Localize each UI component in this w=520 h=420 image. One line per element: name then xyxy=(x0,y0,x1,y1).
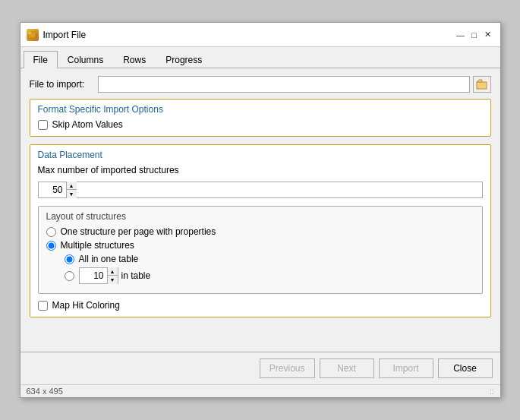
skip-atom-checkbox[interactable] xyxy=(38,120,48,130)
map-hit-checkbox[interactable] xyxy=(38,301,48,311)
max-structures-label: Max number of imported structures xyxy=(38,165,179,175)
multiple-structures-label[interactable]: Multiple structures xyxy=(61,240,134,251)
layout-title: Layout of structures xyxy=(46,211,474,222)
format-options-section: Format Specific Import Options Skip Atom… xyxy=(30,99,491,137)
layout-box: Layout of structures One structure per p… xyxy=(38,206,483,294)
n-in-table-input[interactable] xyxy=(80,268,107,283)
tab-rows[interactable]: Rows xyxy=(113,51,156,68)
import-file-window: Import File — □ ✕ File Columns Rows Prog… xyxy=(20,22,501,398)
next-button[interactable]: Next xyxy=(320,358,374,378)
import-button[interactable]: Import xyxy=(379,358,433,378)
max-structures-down-button[interactable]: ▼ xyxy=(66,190,77,198)
window-title: Import File xyxy=(43,30,87,40)
close-window-button[interactable]: ✕ xyxy=(482,29,494,41)
tab-content: File to import: Format Specific Import O… xyxy=(20,68,500,352)
n-in-table-spinner-buttons: ▲ ▼ xyxy=(107,267,118,284)
file-path-input[interactable] xyxy=(98,76,470,93)
file-to-import-label: File to import: xyxy=(30,79,98,90)
max-structures-input[interactable] xyxy=(39,182,66,197)
one-per-page-label[interactable]: One structure per page with properties xyxy=(61,226,216,237)
file-browse-button[interactable] xyxy=(473,76,491,93)
data-placement-title: Data Placement xyxy=(38,150,483,160)
title-bar: Import File — □ ✕ xyxy=(20,23,500,47)
minimize-button[interactable]: — xyxy=(455,29,467,41)
map-hit-label[interactable]: Map Hit Coloring xyxy=(52,300,120,311)
skip-atom-label[interactable]: Skip Atom Values xyxy=(52,119,123,130)
tab-bar: File Columns Rows Progress xyxy=(20,47,500,68)
window-icon xyxy=(27,29,39,41)
max-structures-up-button[interactable]: ▲ xyxy=(66,182,77,190)
tab-columns[interactable]: Columns xyxy=(58,51,113,68)
max-structures-spinner: ▲ ▼ xyxy=(38,182,483,198)
bottom-bar: Previous Next Import Close xyxy=(20,352,500,384)
status-bar: 634 x 495 :: xyxy=(20,384,500,397)
previous-button[interactable]: Previous xyxy=(260,358,315,378)
n-in-table-up-button[interactable]: ▲ xyxy=(107,267,118,276)
all-in-one-radio[interactable] xyxy=(65,254,74,264)
n-in-table-spinner-group: ▲ ▼ in table xyxy=(79,267,151,284)
n-in-table-suffix: in table xyxy=(121,270,151,281)
max-structures-row: Max number of imported structures xyxy=(38,165,483,175)
resize-handle: :: xyxy=(490,387,494,396)
multiple-structures-row: Multiple structures xyxy=(46,240,474,251)
max-structures-spinner-buttons: ▲ ▼ xyxy=(66,182,77,198)
maximize-button[interactable]: □ xyxy=(468,29,481,41)
skip-atom-row: Skip Atom Values xyxy=(38,119,483,130)
one-per-page-row: One structure per page with properties xyxy=(46,226,474,237)
data-placement-section: Data Placement Max number of imported st… xyxy=(30,144,491,317)
svg-rect-1 xyxy=(28,32,31,34)
dimensions-label: 634 x 495 xyxy=(27,387,63,396)
close-button[interactable]: Close xyxy=(438,358,493,378)
all-in-one-label[interactable]: All in one table xyxy=(79,254,139,264)
sub-radio-group: All in one table ▲ ▼ xyxy=(65,254,474,284)
n-in-table-spinner: ▲ ▼ xyxy=(79,267,118,284)
n-in-table-row: ▲ ▼ in table xyxy=(65,267,474,284)
format-section-title: Format Specific Import Options xyxy=(38,104,483,115)
file-import-row: File to import: xyxy=(30,76,491,93)
svg-rect-2 xyxy=(477,82,487,89)
map-hit-row: Map Hit Coloring xyxy=(38,300,483,311)
one-per-page-radio[interactable] xyxy=(46,227,56,237)
tab-file[interactable]: File xyxy=(24,51,58,68)
tab-progress[interactable]: Progress xyxy=(156,51,212,68)
window-controls: — □ ✕ xyxy=(455,29,494,41)
file-input-group xyxy=(98,76,491,93)
all-in-one-row: All in one table xyxy=(65,254,474,264)
n-in-table-down-button[interactable]: ▼ xyxy=(107,276,118,284)
multiple-structures-radio[interactable] xyxy=(46,241,56,251)
n-in-table-radio[interactable] xyxy=(65,271,74,281)
